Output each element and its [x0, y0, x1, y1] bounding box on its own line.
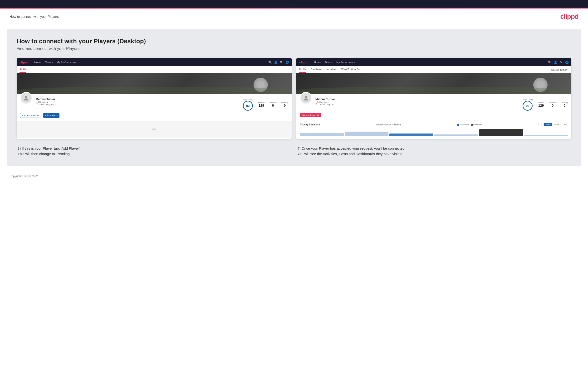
tab-activities-right[interactable]: Activities	[327, 68, 336, 73]
time-btn-1yr[interactable]: 1 yr	[538, 123, 544, 126]
player-handicap-left: 1-5 Handicap	[36, 101, 240, 103]
on-course-label: On course	[460, 124, 469, 126]
mock-activity-section: Activity Summary Monthly Activity · 6 Mo…	[296, 121, 571, 139]
mock-avatar-right	[300, 92, 312, 104]
main-subheading: Find and connect with your Players	[17, 46, 571, 51]
page-header: How to connect with your Players clippd	[0, 8, 588, 24]
top-bar	[0, 0, 588, 8]
tab-what-to-work-on-right[interactable]: What To Work On	[341, 68, 360, 73]
followers-value-left: 0	[272, 104, 274, 107]
mock-bottom-left: ✏	[17, 121, 292, 138]
mock-profile-right: Marcus Turner 1-5 Handicap 📍 United King…	[296, 94, 571, 121]
page-header-title: How to connect with your Players	[9, 15, 59, 18]
request-follow-button[interactable]: Request to Follow	[20, 113, 41, 118]
mock-stats-left: Player Quality 92 Activities 129 Followe…	[243, 99, 288, 111]
time-btn-3mths[interactable]: 3 mths	[553, 123, 560, 126]
x-icon: ✕	[317, 114, 319, 117]
bar-5	[479, 129, 523, 136]
user-icon-left: 👤	[274, 61, 277, 64]
svg-point-1	[305, 96, 307, 98]
stat-activities-left: Activities 129	[258, 102, 265, 107]
location-icon-left: 📍	[36, 103, 38, 106]
bar-4	[434, 134, 478, 136]
caption-text-right: 4) Once your Player has accepted your re…	[297, 146, 571, 157]
quality-circle-right: 92	[523, 101, 533, 111]
mock-nav-teams-left: Teams	[45, 61, 53, 64]
stat-followers-left: Followers 0	[269, 102, 277, 107]
off-course-dot	[471, 124, 473, 126]
stat-followers-right: Followers 0	[549, 102, 556, 107]
mock-tabs-right: Profile Dashboard Activities What To Wor…	[296, 66, 571, 73]
search-icon-left: 🔍	[268, 61, 272, 64]
following-value-right: 0	[563, 104, 565, 107]
remove-player-section: Remove Player ✕	[300, 113, 568, 117]
quality-label-left: Player Quality	[243, 99, 253, 100]
time-btn-6mths[interactable]: 6 mths	[544, 123, 552, 126]
legend-on-course: On course	[458, 124, 469, 126]
tab-profile-right[interactable]: Profile	[299, 68, 306, 73]
mock-stats-right: Player Quality 92 Activities 129 Followe…	[523, 99, 568, 111]
clippd-logo: clippd	[560, 13, 579, 20]
mock-nav-performance-left: My Performance	[57, 61, 76, 64]
quality-label-right: Player Quality	[523, 99, 533, 100]
bar-1	[300, 133, 344, 136]
followers-label-left: Followers	[269, 102, 277, 104]
activities-value-left: 129	[259, 104, 264, 107]
activity-title: Activity Summary	[300, 123, 320, 126]
player-handicap-right: 1-5 Handicap	[315, 101, 519, 103]
activities-value-right: 129	[538, 104, 544, 107]
add-player-button[interactable]: Add Player +	[43, 113, 60, 118]
mock-avatar-wrap-left: Marcus Turner 1-5 Handicap 📍 United King…	[20, 97, 288, 111]
search-icon-right: 🔍	[548, 61, 551, 64]
bar-2	[345, 132, 389, 136]
stat-following-left: Following 0	[281, 102, 288, 107]
mock-profile-left: Marcus Turner 1-5 Handicap 📍 United King…	[17, 94, 292, 121]
caption-text-left: 3) If this is your Player tap, 'Add Play…	[17, 146, 291, 157]
mock-nav-icons-left: 🔍 👤 ⚙ 🌐	[268, 61, 289, 64]
activity-chart	[300, 128, 568, 136]
tab-extra-right[interactable]: Marcus Turner ▾	[551, 69, 569, 73]
mock-tabs-left: Profile	[17, 66, 292, 73]
followers-label-right: Followers	[549, 102, 556, 104]
remove-player-button[interactable]: Remove Player ✕	[300, 113, 321, 117]
mock-profile-info-left: Marcus Turner 1-5 Handicap 📍 United King…	[36, 97, 240, 106]
player-name-left: Marcus Turner	[36, 98, 240, 101]
screenshots-row: clippd Home Teams My Performance 🔍 👤 ⚙ 🌐…	[17, 58, 571, 139]
quality-circle-left: 92	[243, 101, 253, 111]
captions-row: 3) If this is your Player tap, 'Add Play…	[17, 146, 571, 157]
quality-value-right: 92	[526, 104, 529, 108]
location-icon-right: 📍	[315, 103, 318, 106]
activity-header: Activity Summary Monthly Activity · 6 Mo…	[300, 123, 568, 126]
main-heading: How to connect with your Players (Deskto…	[17, 38, 571, 45]
time-btn-1mth[interactable]: 1 mth	[561, 123, 568, 126]
activities-label-left: Activities	[258, 102, 265, 104]
player-location-right: 📍 United Kingdom	[315, 103, 519, 106]
mock-logo-left: clippd	[19, 61, 28, 64]
mock-profile-info-right: Marcus Turner 1-5 Handicap 📍 United King…	[315, 97, 519, 106]
copyright-text: Copyright Clippd 2022	[9, 175, 38, 178]
time-buttons: 1 yr 6 mths 3 mths 1 mth	[538, 123, 568, 126]
mock-buttons-left: Request to Follow Add Player +	[20, 113, 288, 118]
on-course-dot	[458, 124, 459, 126]
player-name-right: Marcus Turner	[315, 98, 519, 101]
mock-avatar-left	[20, 92, 32, 104]
mock-hero-left	[17, 73, 292, 94]
tab-dashboard-right[interactable]: Dashboard	[311, 68, 322, 73]
legend-off-course: Off course	[471, 124, 482, 126]
mock-hero-right	[296, 73, 571, 94]
caption-left: 3) If this is your Player tap, 'Add Play…	[17, 146, 292, 157]
stat-activities-right: Activities 129	[538, 102, 545, 107]
svg-point-0	[25, 96, 27, 98]
bar-6	[524, 135, 568, 136]
followers-value-right: 0	[552, 104, 554, 107]
mock-nav-teams-right: Teams	[325, 61, 333, 64]
mock-nav-performance-right: My Performance	[336, 61, 356, 64]
caption-right: 4) Once your Player has accepted your re…	[296, 146, 571, 157]
page-footer: Copyright Clippd 2022	[0, 171, 588, 182]
player-location-left: 📍 United Kingdom	[36, 103, 240, 106]
tab-profile-left[interactable]: Profile	[19, 68, 26, 73]
following-label-left: Following	[281, 102, 288, 104]
off-course-label: Off course	[473, 124, 482, 126]
stat-following-right: Following 0	[561, 102, 568, 107]
mock-nav-left: clippd Home Teams My Performance 🔍 👤 ⚙ 🌐	[17, 58, 292, 66]
